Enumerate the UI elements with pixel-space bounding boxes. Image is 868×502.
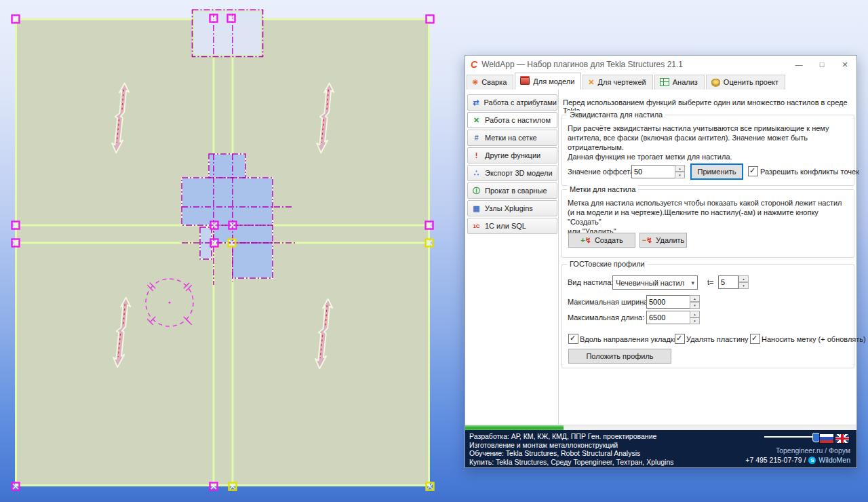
max-length-spinner[interactable]: ▴▾ (690, 311, 700, 324)
sidebar-item-label: Работа с атрибутами (484, 98, 557, 107)
tab-label: Оценить проект (724, 78, 778, 86)
create-mark-icon: +↯ (580, 236, 591, 245)
weld-spark-icon: ✳ (472, 79, 478, 86)
lay-profile-button[interactable]: Положить профиль (568, 349, 671, 364)
slab-plate[interactable] (15, 18, 430, 486)
offset-description: При расчёте эквидистанты настила учитыва… (568, 123, 854, 161)
delete-plate-label: Удалять пластину (686, 335, 749, 343)
russian-flag-icon[interactable] (819, 433, 834, 444)
tab-svarka[interactable]: ✳ Сварка (467, 75, 513, 90)
footer-line-3: Обучение: Tekla Structures, Robot Struct… (469, 449, 674, 458)
thickness-label: t= (707, 278, 713, 286)
sidebar-item-rolling[interactable]: ⒾПрокат в сварные (467, 182, 557, 199)
max-width-label: Максимальная ширина: (568, 298, 650, 306)
sidebar-item-attributes[interactable]: ⇄Работа с атрибутами (467, 94, 557, 111)
sidebar-item-label: Другие функции (485, 151, 540, 159)
tab-content: Перед использованием функций выберите од… (559, 90, 856, 426)
sidebar-item-grid-marks[interactable]: #Метки на сетке (467, 130, 557, 146)
group-title: Эквидистанта для настила (567, 111, 665, 119)
tab-dlya-chertezhey[interactable]: ✕ Для чертежей (583, 75, 652, 90)
sidebar-item-deck-work[interactable]: ✕Работа с настилом (467, 112, 557, 128)
coins-icon (711, 79, 720, 85)
sidebar-item-other-functions[interactable]: !Другие функции (467, 147, 557, 163)
button-label: Создать (595, 236, 623, 244)
conflicts-checkbox[interactable] (748, 166, 758, 176)
close-button[interactable]: ✕ (833, 56, 856, 73)
max-length-input[interactable] (646, 311, 691, 324)
footer-line-2: Изготовление и монтаж металлоконструкций (469, 441, 674, 450)
group-title: Метки для настила (567, 185, 638, 193)
exclamation-icon: ! (472, 151, 481, 159)
tab-ocenit-proekt[interactable]: Оценить проект (706, 75, 785, 90)
tab-label: Для модели (533, 77, 574, 85)
tab-label: Сварка (481, 78, 507, 86)
window-title: WeldApp — Набор плагинов для Tekla Struc… (481, 60, 683, 69)
sidebar-item-label: Узлы Xplugins (485, 204, 533, 212)
footer-slider[interactable] (764, 436, 817, 438)
thickness-spinner[interactable]: ▴▾ (738, 275, 749, 289)
max-width-input[interactable] (646, 295, 691, 309)
circle-i-icon: Ⓘ (472, 186, 481, 196)
tab-bar: ✳ Сварка Для модели ✕ Для чертежей Анали… (467, 74, 856, 90)
group-title: ГОСТовские профили (567, 260, 648, 268)
skype-icon: S (808, 457, 816, 464)
conflicts-label: Разрешить конфликты точек (760, 168, 859, 176)
minimize-button[interactable]: — (787, 56, 810, 73)
max-width-spinner[interactable]: ▴▾ (690, 295, 700, 309)
uk-flag-icon[interactable] (835, 433, 850, 444)
drawings-icon: ✕ (588, 79, 594, 86)
model-view-canvas[interactable] (0, 0, 465, 502)
button-label: Удалить (656, 236, 684, 244)
delete-mark-button[interactable]: −↯ Удалить (639, 233, 687, 248)
sidebar-item-xplugins[interactable]: ▦Узлы Xplugins (467, 200, 557, 216)
sidebar-item-label: Работа с настилом (485, 116, 551, 124)
skype-contact-link[interactable]: WildoMen (818, 456, 850, 464)
blocks-icon: ▦ (472, 204, 481, 213)
marks-group: Метки для настила Метка для настила испо… (561, 189, 854, 258)
tab-analiz[interactable]: Анализ (654, 75, 705, 90)
marks-description: Метка для настила используется чтобы пок… (568, 198, 854, 236)
sidebar-item-1c-sql[interactable]: 1С1С или SQL (467, 218, 557, 234)
offset-spinner[interactable]: ▴▾ (675, 165, 685, 178)
tab-dlya-modeli[interactable]: Для модели (515, 73, 581, 90)
analysis-table-icon (660, 78, 669, 86)
tab-label: Для чертежей (598, 78, 646, 86)
deck-cross-icon: ✕ (472, 116, 481, 125)
desktop: C WeldApp — Набор плагинов для Tekla Str… (0, 0, 868, 502)
weldapp-window: C WeldApp — Набор плагинов для Tekla Str… (465, 55, 857, 468)
sidebar-item-label: 1С или SQL (485, 222, 526, 230)
1c-logo-icon: 1С (472, 223, 481, 229)
maximize-button[interactable]: □ (810, 56, 833, 73)
max-length-label: Максимальная длина: (568, 313, 644, 322)
footer-line-4: Купить: Tekla Structures, Среду Topengin… (469, 458, 674, 467)
along-direction-checkbox[interactable] (568, 334, 578, 344)
offset-group: Эквидистанта для настила При расчёте экв… (561, 115, 854, 186)
offset-input[interactable] (631, 165, 676, 178)
sidebar-item-export-3d[interactable]: ∴Экспорт 3D модели (467, 165, 557, 181)
dialog-body: ⇄Работа с атрибутами ✕Работа с настилом … (465, 90, 856, 426)
apply-button[interactable]: Применить (690, 163, 743, 180)
progress-fill (465, 425, 564, 430)
app-logo-icon: C (471, 59, 477, 70)
sidebar-item-label: Метки на сетке (485, 134, 537, 142)
titlebar[interactable]: C WeldApp — Набор плагинов для Tekla Str… (465, 56, 856, 73)
gost-group: ГОСТовские профили Вид настила: Чечевичн… (561, 264, 854, 368)
thickness-input[interactable] (718, 275, 738, 289)
footer: Разработка: АР, КМ, КЖ, КМД, ППР Ген. пр… (465, 430, 856, 467)
model-plates-icon (520, 77, 530, 85)
apply-mark-checkbox[interactable] (750, 334, 760, 344)
delete-plate-checkbox[interactable] (675, 334, 685, 344)
deck-type-label: Вид настила: (568, 278, 613, 286)
molecule-icon: ∴ (472, 168, 481, 178)
create-mark-button[interactable]: +↯ Создать (568, 233, 635, 248)
footer-line-1: Разработка: АР, КМ, КЖ, КМД, ППР Ген. пр… (469, 432, 674, 441)
sync-arrows-icon: ⇄ (472, 98, 480, 107)
tab-label: Анализ (673, 78, 698, 86)
footer-site-link[interactable]: Topengineer.ru / Форум (776, 446, 850, 455)
grid-icon: # (472, 134, 481, 142)
deck-type-dropdown[interactable]: Чечевичный настил (612, 275, 698, 290)
deck-type-value: Чечевичный настил (616, 279, 684, 287)
along-direction-label: Вдоль направления укладки (580, 335, 678, 343)
footer-phone: +7 495 215-07-79 / (745, 456, 806, 464)
sidebar: ⇄Работа с атрибутами ✕Работа с настилом … (467, 94, 557, 235)
